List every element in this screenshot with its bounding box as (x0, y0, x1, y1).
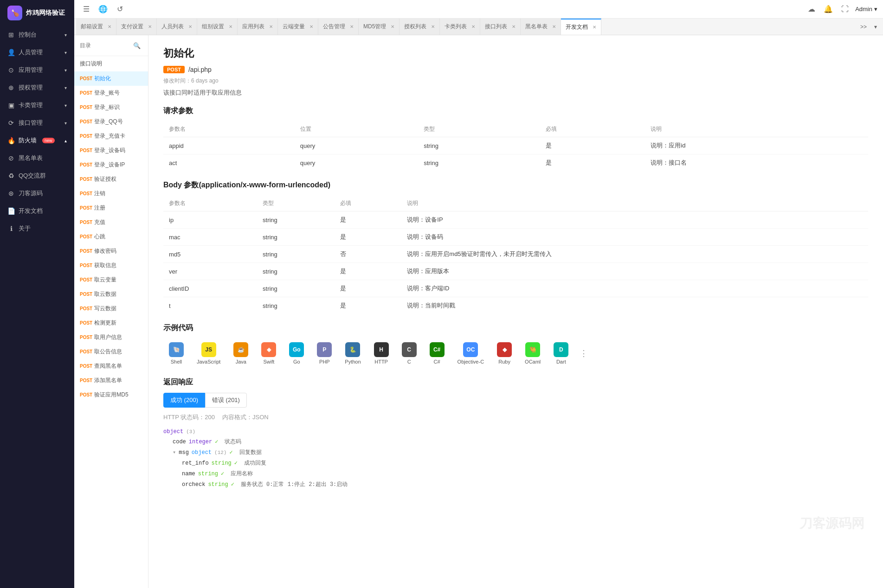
tab-payment[interactable]: 支付设置 ✕ (116, 19, 157, 35)
tab-md5-mgmt[interactable]: MD5管理 ✕ (359, 19, 400, 35)
tab-personnel[interactable]: 人员列表 ✕ (157, 19, 197, 35)
close-icon[interactable]: ✕ (188, 24, 192, 29)
sidebar-item-blacklist[interactable]: ⊘ 黑名单表 (0, 149, 74, 167)
api-item-login-account[interactable]: POST 登录_账号 (74, 86, 148, 100)
search-icon[interactable]: 🔍 (131, 40, 142, 51)
tab-notice-mgmt[interactable]: 公告管理 ✕ (318, 19, 359, 35)
sidebar-item-card-mgmt[interactable]: ▣ 卡类管理 ▾ (0, 96, 74, 114)
cloud-icon[interactable]: ☁ (805, 3, 818, 16)
api-item-init[interactable]: POST 初始化 (74, 71, 148, 86)
close-icon[interactable]: ✕ (552, 24, 556, 29)
expand-icon[interactable]: ▾ (173, 449, 176, 456)
api-item-cloud-var[interactable]: POST 取云变量 (74, 273, 148, 287)
api-method-badge: POST (80, 220, 92, 225)
tab-nav-menu[interactable]: ▾ (870, 21, 881, 32)
api-item-register[interactable]: POST 注册 (74, 201, 148, 215)
sidebar-item-auth-mgmt[interactable]: ⊕ 授权管理 ▾ (0, 79, 74, 96)
lang-item-objc[interactable]: OC Objective-C (452, 339, 490, 368)
api-item-topup[interactable]: POST 充值 (74, 215, 148, 230)
api-item-query-blacklist[interactable]: POST 查阅黑名单 (74, 359, 148, 373)
sidebar-item-knife-src[interactable]: ⊛ 刀客源码 (0, 185, 74, 202)
close-icon[interactable]: ✕ (269, 24, 273, 29)
lang-icon-ruby: ◆ (497, 342, 512, 357)
api-item-verify-md5[interactable]: POST 验证应用MD5 (74, 388, 148, 402)
json-type-string: string (198, 471, 218, 477)
lang-item-swift[interactable]: ◈ Swift (256, 339, 282, 368)
check-icon: ✓ (215, 438, 218, 445)
lang-item-go[interactable]: Go Go (284, 339, 309, 368)
close-icon[interactable]: ✕ (309, 24, 313, 29)
api-item-cloud-data-read[interactable]: POST 取云数据 (74, 287, 148, 301)
api-item-login-qq[interactable]: POST 登录_QQ号 (74, 115, 148, 129)
tab-group-settings[interactable]: 组别设置 ✕ (197, 19, 238, 35)
api-item-login-token[interactable]: POST 登录_标识 (74, 100, 148, 115)
api-item-get-info[interactable]: POST 获取信息 (74, 258, 148, 273)
tab-label: 授权列表 (404, 23, 426, 31)
sidebar-item-api-mgmt[interactable]: ⟳ 接口管理 ▾ (0, 114, 74, 132)
close-icon[interactable]: ✕ (148, 24, 152, 29)
lang-item-http[interactable]: H HTTP (368, 339, 394, 368)
close-icon[interactable]: ✕ (512, 24, 516, 29)
lang-item-ruby[interactable]: ◆ Ruby (491, 339, 517, 368)
lang-item-ocaml[interactable]: 🐫 OCaml (519, 339, 546, 368)
tab-blacklist[interactable]: 黑名单表 ✕ (521, 19, 561, 35)
lang-item-csharp[interactable]: C# C# (424, 339, 450, 368)
resp-tab-error[interactable]: 错误 (201) (205, 393, 247, 408)
lang-item-python[interactable]: 🐍 Python (339, 339, 366, 368)
close-icon[interactable]: ✕ (229, 24, 232, 29)
resp-tab-success[interactable]: 成功 (200) (163, 393, 205, 408)
sidebar-item-user-mgmt[interactable]: 👤 人员管理 ▾ (0, 44, 74, 61)
refresh-icon[interactable]: ↺ (113, 3, 126, 16)
api-item-verify-auth[interactable]: POST 验证授权 (74, 172, 148, 186)
sidebar-item-dev-docs[interactable]: 📄 开发文档 (0, 202, 74, 220)
request-params-title: 请求参数 (163, 106, 868, 116)
tab-mailbox[interactable]: 邮箱设置 ✕ (76, 19, 116, 35)
lang-item-shell[interactable]: 🐚 Shell (163, 339, 189, 368)
api-item-login-device-ip[interactable]: POST 登录_设备IP (74, 158, 148, 172)
api-item-get-notice[interactable]: POST 取公告信息 (74, 345, 148, 359)
sidebar-item-qq-group[interactable]: ♻ QQ交流群 (0, 167, 74, 185)
close-icon[interactable]: ✕ (391, 24, 394, 29)
tab-cloud-vars[interactable]: 云端变量 ✕ (278, 19, 318, 35)
lang-more-button[interactable]: ⋮ (576, 345, 592, 362)
close-icon[interactable]: ✕ (471, 24, 475, 29)
api-item-cloud-data-write[interactable]: POST 写云数据 (74, 301, 148, 316)
sidebar-item-firewall[interactable]: 🔥 防火墙 new ▴ (0, 132, 74, 149)
api-item-get-user-info[interactable]: POST 取用户信息 (74, 330, 148, 345)
api-item-login-device-code[interactable]: POST 登录_设备码 (74, 143, 148, 158)
api-item-logout[interactable]: POST 注销 (74, 186, 148, 201)
tab-card-type-list[interactable]: 卡类列表 ✕ (440, 19, 480, 35)
api-item-add-blacklist[interactable]: POST 添加黑名单 (74, 373, 148, 388)
lang-item-java[interactable]: ☕ Java (228, 339, 254, 368)
tab-app-list[interactable]: 应用列表 ✕ (238, 19, 278, 35)
close-icon[interactable]: ✕ (593, 25, 596, 30)
lang-item-javascript[interactable]: JS JavaScript (191, 339, 226, 368)
api-item-login-card[interactable]: POST 登录_充值卡 (74, 129, 148, 143)
lang-item-dart[interactable]: D Dart (548, 339, 574, 368)
tab-auth-list[interactable]: 授权列表 ✕ (400, 19, 440, 35)
tab-nav-more[interactable]: >> (858, 21, 869, 32)
sidebar-item-console[interactable]: ⊞ 控制台 ▾ (0, 26, 74, 44)
api-item-check-update[interactable]: POST 检测更新 (74, 316, 148, 330)
sidebar-item-about[interactable]: ℹ 关于 (0, 220, 74, 237)
api-item-name: 取公告信息 (94, 348, 122, 356)
api-item-heartbeat[interactable]: POST 心跳 (74, 230, 148, 244)
lang-item-php[interactable]: P PHP (311, 339, 337, 368)
fullscreen-icon[interactable]: ⛶ (838, 3, 851, 16)
lang-item-c[interactable]: C C (396, 339, 422, 368)
close-icon[interactable]: ✕ (431, 24, 435, 29)
bell-icon[interactable]: 🔔 (822, 3, 835, 16)
close-icon[interactable]: ✕ (108, 24, 111, 29)
sidebar-label-user-mgmt: 人员管理 (19, 48, 43, 57)
tab-api-list[interactable]: 接口列表 ✕ (480, 19, 521, 35)
api-item-change-pwd[interactable]: POST 修改密码 (74, 244, 148, 258)
sidebar-item-app-mgmt[interactable]: ⊙ 应用管理 ▾ (0, 61, 74, 79)
admin-button[interactable]: Admin ▾ (855, 6, 877, 13)
tab-dev-docs[interactable]: 开发文档 ✕ (561, 19, 601, 35)
menu-icon[interactable]: ☰ (80, 3, 93, 16)
lang-icon-javascript: JS (201, 342, 216, 357)
api-method-badge: POST (80, 292, 92, 297)
globe-icon[interactable]: 🌐 (97, 3, 110, 16)
json-row-name: name string ✓ 应用名称 (182, 468, 868, 479)
close-icon[interactable]: ✕ (350, 24, 354, 29)
